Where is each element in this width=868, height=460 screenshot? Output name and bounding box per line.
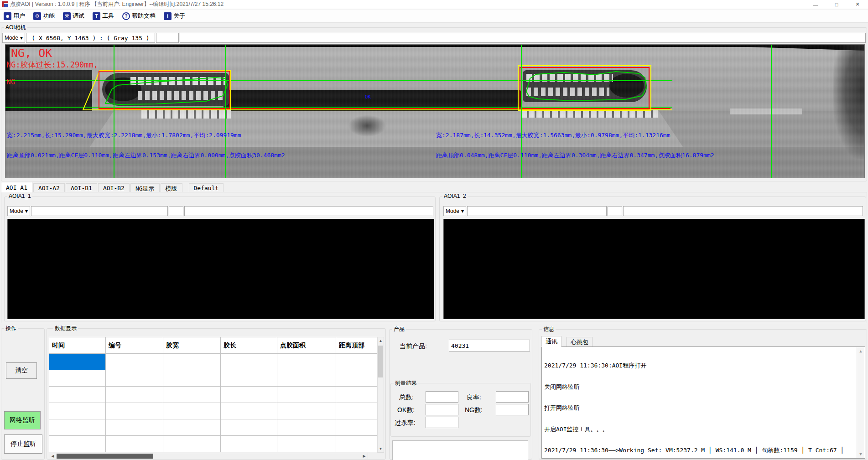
- results-group-label: 测量结果: [394, 379, 418, 387]
- help-icon: ?: [122, 12, 130, 20]
- table-vertical-scrollbar[interactable]: ▲ ▼: [377, 337, 384, 453]
- col-glue-width[interactable]: 胶宽: [163, 337, 221, 354]
- about-icon: i: [164, 12, 172, 20]
- wrench-icon: ⚒: [63, 12, 71, 20]
- ok-count-label: OK数:: [397, 406, 415, 414]
- stop-listen-button[interactable]: 停止监听: [4, 434, 42, 454]
- log-line: 打开网络监听: [544, 404, 856, 412]
- data-display-group: 数据显示 时间 编号 胶宽 胶长 点胶面积 距离顶部 ▲ ▼ ◀: [47, 328, 386, 460]
- toolbar-item-about[interactable]: i 关于: [164, 12, 185, 20]
- col-glue-length[interactable]: 胶长: [221, 337, 277, 354]
- toolbar-item-function[interactable]: ⚙ 功能: [33, 12, 55, 20]
- glue-outline-left: [105, 78, 228, 104]
- panel1-field-3: [184, 206, 433, 216]
- panel2-field-3: [623, 206, 863, 216]
- camera-image[interactable]: NG, OK NG:胶体过长:15.290mm, NG OK 宽:2.215mm…: [5, 44, 865, 178]
- toolbar-item-help[interactable]: ? 帮助文档: [122, 12, 156, 20]
- chevron-down-icon: ▾: [20, 35, 23, 41]
- ok-count-field[interactable]: [426, 404, 458, 415]
- log-scrollbar[interactable]: ▲ ▼: [857, 347, 864, 458]
- scroll-up-arrow[interactable]: ▲: [857, 347, 864, 355]
- product-notes-box: [392, 440, 528, 460]
- tab-comm[interactable]: 通讯: [541, 336, 561, 347]
- panel2-mode-dropdown[interactable]: Mode ▾: [443, 206, 466, 216]
- user-icon: ☻: [4, 12, 11, 20]
- camera-group-label: AOI相机: [4, 24, 27, 31]
- overkill-field[interactable]: [426, 417, 458, 428]
- chevron-down-icon: ▾: [461, 208, 464, 214]
- operation-group: 操作 清空 网络监听 停止监听: [1, 328, 45, 460]
- network-listen-button[interactable]: 网络监听: [4, 411, 41, 429]
- table-horizontal-scrollbar[interactable]: ◀ ▶: [49, 453, 368, 460]
- tab-page-aoi-a1: AOIA1_1 Mode ▾ AOIA1_2 Mode ▾: [1, 192, 867, 323]
- close-button[interactable]: ✕: [847, 0, 868, 9]
- table-row[interactable]: [49, 436, 377, 452]
- ng-reason-text: NG:胶体过长:15.290mm,: [6, 60, 98, 70]
- camera-aux-field-1: [156, 33, 179, 43]
- toolbar-item-user[interactable]: ☻ 用户: [4, 12, 25, 20]
- panel2-image-view[interactable]: [443, 219, 865, 319]
- selected-cell[interactable]: [49, 354, 106, 370]
- toolbar-item-tools[interactable]: T 工具: [93, 12, 114, 20]
- camera-mode-dropdown[interactable]: Mode ▾: [2, 33, 25, 43]
- camera-coords-field: ( X 6568, Y 1463 ) : ( Gray 135 ): [26, 33, 155, 43]
- col-top-distance[interactable]: 距离顶部: [336, 337, 377, 354]
- tab-aoi-a1[interactable]: AOI-A1: [1, 182, 32, 192]
- comm-log[interactable]: 2021/7/29 11:36:30:AOI程序打开 关闭网络监听 打开网络监听…: [541, 346, 865, 459]
- scroll-down-arrow[interactable]: ▼: [857, 450, 864, 458]
- tab-template[interactable]: 模版: [161, 183, 182, 192]
- panel2-field-1: [467, 206, 607, 216]
- tab-aoi-b2[interactable]: AOI-B2: [98, 183, 130, 192]
- results-group: 测量结果 总数: 良率: OK数: NG数: 过杀率:: [390, 383, 531, 437]
- total-field[interactable]: [426, 391, 458, 403]
- panel1-mode-dropdown[interactable]: Mode ▾: [7, 206, 30, 216]
- right-measure-line1: 宽:2.187mm,长:14.352mm,最大胶宽:1.5663mm,最小:0.…: [436, 131, 670, 140]
- scroll-right-arrow[interactable]: ▶: [361, 453, 368, 459]
- left-measure-line1: 宽:2.215mm,长:15.290mm,最大胶宽:2.2218mm,最小:1.…: [7, 131, 241, 140]
- scroll-down-arrow[interactable]: ▼: [378, 445, 384, 452]
- col-id[interactable]: 编号: [106, 337, 163, 354]
- col-time[interactable]: 时间: [49, 337, 106, 354]
- clear-button[interactable]: 清空: [6, 362, 37, 379]
- panel2-field-2: [608, 206, 622, 216]
- toolbar-item-debug[interactable]: ⚒ 调试: [63, 12, 84, 20]
- tools-icon: T: [93, 12, 100, 20]
- scroll-up-arrow[interactable]: ▲: [378, 337, 384, 344]
- app-window: 点胶AOI [ Version : 1.0.0.9 ] 程序 【当前用户: En…: [0, 0, 868, 460]
- log-line: 2021/7/29 11:36:30——>Working Set: VM:523…: [544, 447, 856, 454]
- tab-aoi-b1[interactable]: AOI-B1: [66, 183, 97, 192]
- table-row[interactable]: [49, 387, 377, 403]
- window-controls: — □ ✕: [805, 0, 868, 9]
- title-bar: 点胶AOI [ Version : 1.0.0.9 ] 程序 【当前用户: En…: [0, 0, 868, 9]
- panel1-field-2: [169, 206, 183, 216]
- tab-ng-display[interactable]: NG显示: [130, 183, 160, 192]
- table-row[interactable]: [49, 370, 377, 387]
- data-table[interactable]: 时间 编号 胶宽 胶长 点胶面积 距离顶部: [49, 337, 377, 452]
- table-row[interactable]: [49, 354, 377, 370]
- current-product-label: 当前产品:: [400, 342, 427, 351]
- tab-aoi-a2[interactable]: AOI-A2: [33, 183, 65, 192]
- table-row[interactable]: [49, 403, 377, 419]
- log-line: 开启AOI监控工具。。。: [544, 426, 856, 433]
- gear-icon: ⚙: [33, 12, 41, 20]
- minimize-button[interactable]: —: [805, 0, 826, 9]
- maximize-button[interactable]: □: [826, 0, 847, 9]
- current-product-input[interactable]: 40231: [449, 340, 530, 351]
- col-glue-area[interactable]: 点胶面积: [277, 337, 336, 354]
- window-title: 点胶AOI [ Version : 1.0.0.9 ] 程序 【当前用户: En…: [10, 0, 223, 8]
- yield-label: 良率:: [467, 393, 481, 402]
- ng-flag-text: NG: [6, 78, 15, 86]
- green-vline-4: [771, 45, 772, 178]
- scrollbar-thumb[interactable]: [378, 346, 383, 377]
- yield-field[interactable]: [496, 391, 529, 403]
- operation-group-label: 操作: [4, 325, 18, 332]
- table-row[interactable]: [49, 419, 377, 436]
- ng-count-field[interactable]: [496, 404, 529, 415]
- product-group-label: 产品: [392, 326, 406, 333]
- scroll-left-arrow[interactable]: ◀: [49, 453, 56, 459]
- tab-default[interactable]: Default: [189, 183, 224, 192]
- total-label: 总数:: [399, 393, 414, 402]
- panel1-image-view[interactable]: [7, 219, 434, 319]
- log-line: 2021/7/29 11:36:30:AOI程序打开: [544, 362, 856, 369]
- h-scrollbar-thumb[interactable]: [57, 454, 153, 459]
